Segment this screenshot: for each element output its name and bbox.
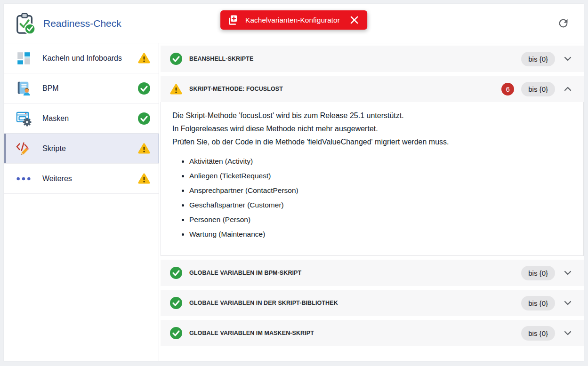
chevron-up-icon <box>564 87 572 91</box>
window-gear-icon <box>15 110 32 127</box>
toast-banner[interactable]: Kachelvarianten-Konfigurator <box>220 10 367 30</box>
expand-button[interactable] <box>562 267 573 278</box>
ok-icon <box>170 267 182 279</box>
sidebar-item-weiteres[interactable]: Weiteres <box>4 164 159 194</box>
sidebar-item-label: Kacheln und Infoboards <box>42 54 138 63</box>
ok-icon <box>170 53 182 65</box>
accordion-header[interactable]: BEANSHELL-SKRIPTE bis {0} <box>161 46 584 72</box>
ellipsis-icon <box>15 170 32 187</box>
sidebar-item-masken[interactable]: Masken <box>4 103 159 134</box>
tile-add-icon <box>226 14 239 26</box>
accordion-header[interactable]: SKRIPT-METHODE: FOCUSLOST 6 bis {0} <box>161 76 584 102</box>
expand-button[interactable] <box>562 297 573 309</box>
toast-close-button[interactable] <box>348 14 361 26</box>
chevron-down-icon <box>564 56 572 61</box>
ok-icon <box>170 327 182 339</box>
chevron-down-icon <box>564 271 572 275</box>
accordion-header[interactable]: GLOBALE VARIABLEN IM BPM-SKRIPT bis {0} <box>161 260 584 286</box>
toast-label: Kachelvarianten-Konfigurator <box>245 16 340 24</box>
bis-badge: bis {0} <box>521 266 555 280</box>
affected-objects-list: Aktivitäten (Activity) Anliegen (TicketR… <box>189 156 571 240</box>
sidebar-item-kacheln-und-infoboards[interactable]: Kacheln und Infoboards <box>4 43 159 73</box>
refresh-icon <box>557 17 570 30</box>
list-item: Personen (Person) <box>189 214 571 225</box>
clipboard-check-icon <box>15 12 37 35</box>
warning-icon <box>138 143 150 154</box>
sidebar-item-label: Weiteres <box>42 175 138 183</box>
close-icon <box>350 16 359 24</box>
app-window: Readiness-Check Kachelvarianten-Konfigur… <box>4 4 584 361</box>
sidebar-item-label: Skripte <box>42 144 138 153</box>
ok-icon <box>138 112 150 124</box>
expand-button[interactable] <box>562 53 573 64</box>
chevron-down-icon <box>564 331 572 335</box>
list-item: Aktivitäten (Activity) <box>189 156 571 167</box>
book-person-icon <box>15 80 32 97</box>
sidebar: Kacheln und Infoboards <box>4 43 159 361</box>
code-pencil-icon <box>15 140 32 157</box>
list-item: Ansprechpartner (ContactPerson) <box>189 185 571 196</box>
list-item: Anliegen (TicketRequest) <box>189 170 571 182</box>
accordion-section-globale-variablen-skript-bibliothek: GLOBALE VARIABLEN IN DER SKRIPT-BIBLIOTH… <box>161 290 584 316</box>
warning-icon <box>138 52 150 64</box>
accordion-section-globale-variablen-masken-skript: GLOBALE VARIABLEN IM MASKEN-SKRIPT bis {… <box>161 320 584 346</box>
expand-button[interactable] <box>562 327 573 339</box>
panel-text-line: Prüfen Sie, ob der Code in die Methode '… <box>172 136 571 148</box>
sidebar-item-label: Masken <box>42 114 138 123</box>
bis-badge: bis {0} <box>521 296 555 310</box>
refresh-button[interactable] <box>554 14 572 33</box>
collapse-button[interactable] <box>562 83 573 95</box>
main-content: BEANSHELL-SKRIPTE bis {0} <box>159 43 584 361</box>
accordion-header[interactable]: GLOBALE VARIABLEN IN DER SKRIPT-BIBLIOTH… <box>161 290 584 316</box>
page-title: Readiness-Check <box>43 18 121 29</box>
sidebar-item-label: BPM <box>42 84 138 93</box>
issue-count-badge: 6 <box>501 83 514 95</box>
accordion-title: GLOBALE VARIABLEN IM BPM-SKRIPT <box>189 270 521 276</box>
warning-icon <box>138 173 150 184</box>
accordion-title: GLOBALE VARIABLEN IM MASKEN-SKRIPT <box>189 330 521 336</box>
accordion-header[interactable]: GLOBALE VARIABLEN IM MASKEN-SKRIPT bis {… <box>161 320 584 346</box>
accordion-title: GLOBALE VARIABLEN IN DER SKRIPT-BIBLIOTH… <box>189 300 521 306</box>
ok-icon <box>138 82 150 94</box>
tiles-icon <box>15 50 32 67</box>
bis-badge: bis {0} <box>521 52 555 66</box>
accordion-section-skript-methode-focuslost: SKRIPT-METHODE: FOCUSLOST 6 bis {0} Die … <box>161 76 584 256</box>
warning-icon <box>170 83 182 95</box>
panel-text-line: Die Skript-Methode 'focusLost' wird bis … <box>172 110 571 122</box>
sidebar-item-skripte[interactable]: Skripte <box>4 134 159 164</box>
list-item: Wartung (Maintenance) <box>189 229 571 240</box>
bis-badge: bis {0} <box>521 82 555 96</box>
panel-text-line: In Folgereleases wird diese Methode nich… <box>172 123 571 135</box>
sidebar-item-bpm[interactable]: BPM <box>4 73 159 103</box>
accordion-section-globale-variablen-bpm-skript: GLOBALE VARIABLEN IM BPM-SKRIPT bis {0} <box>161 260 584 286</box>
list-item: Geschäftspartner (Customer) <box>189 199 571 211</box>
accordion-section-beanshell-skripte: BEANSHELL-SKRIPTE bis {0} <box>161 46 584 72</box>
accordion-title: SKRIPT-METHODE: FOCUSLOST <box>189 86 501 92</box>
ok-icon <box>170 297 182 309</box>
chevron-down-icon <box>564 301 572 305</box>
accordion-title: BEANSHELL-SKRIPTE <box>189 56 521 62</box>
accordion-panel: Die Skript-Methode 'focusLost' wird bis … <box>161 102 584 256</box>
bis-badge: bis {0} <box>521 326 555 341</box>
